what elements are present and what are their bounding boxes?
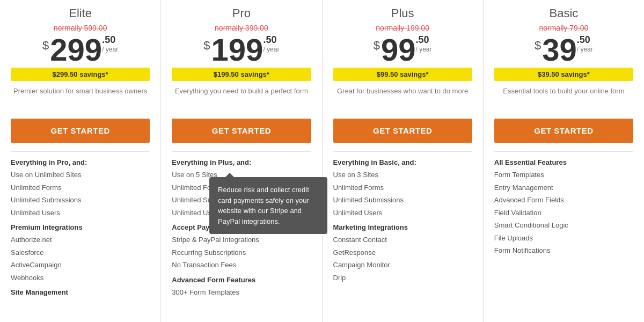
plan-name-basic: Basic — [494, 0, 633, 24]
pricing-container: Elitenormally 599.00$299.50/ year$299.50… — [0, 0, 644, 322]
feature-item: Use on 3 Sites — [333, 169, 472, 181]
plan-col-pro: Pronormally 399.00$199.50/ year$199.50 s… — [161, 0, 322, 322]
plan-col-elite: Elitenormally 599.00$299.50/ year$299.50… — [0, 0, 161, 322]
plan-price-row-plus: $99.50/ year — [333, 34, 472, 65]
plan-dollar-basic: $ — [535, 39, 541, 53]
plan-name-elite: Elite — [11, 0, 150, 24]
plan-desc-pro: Everything you need to build a perfect f… — [172, 86, 311, 112]
feature-item: Unlimited Forms — [333, 181, 472, 194]
plan-cents-pro: .50 — [263, 34, 276, 46]
plan-dollar-plus: $ — [374, 39, 380, 53]
plan-desc-plus: Great for businesses who want to do more — [333, 86, 472, 112]
feature-item: GetResponse — [333, 246, 472, 259]
plan-price-row-basic: $39.50/ year — [494, 34, 633, 65]
divider-plus — [333, 151, 472, 152]
plan-cents-year-basic: .50/ year — [577, 34, 593, 53]
feature-item: Unlimited Submissions — [11, 194, 150, 207]
features-intro-plus: Everything in Basic, and: — [333, 158, 472, 166]
feature-item: Authorize.net — [11, 233, 150, 246]
feature-item: Salesforce — [11, 246, 150, 259]
plan-cents-elite: .50 — [102, 34, 115, 46]
plan-dollar-pro: $ — [203, 39, 210, 53]
plan-desc-elite: Premier solution for smart business owne… — [11, 86, 150, 112]
section-title-plus: Marketing Integrations — [333, 223, 472, 231]
plan-dollar-elite: $ — [42, 39, 49, 53]
feature-item: Constant Contact — [333, 233, 472, 246]
plan-col-plus: Plusnormally 199.00$99.50/ year$99.50 sa… — [323, 0, 484, 322]
get-started-btn-plus[interactable]: GET STARTED — [333, 119, 472, 143]
plan-cents-year-pro: .50/ year — [263, 34, 279, 53]
feature-item: Recurring Subscriptions — [172, 246, 311, 259]
divider-elite — [11, 151, 150, 152]
plan-normal-price-basic: normally 79.00 — [494, 24, 633, 32]
plan-savings-basic: $39.50 savings* — [494, 68, 633, 81]
plan-savings-elite: $299.50 savings* — [11, 68, 150, 81]
plan-col-basic: Basicnormally 79.00$39.50/ year$39.50 sa… — [484, 0, 644, 322]
feature-item: Entry Management — [494, 181, 633, 194]
feature-item: 300+ Form Templates — [172, 286, 311, 299]
divider-pro — [172, 151, 311, 152]
plan-cents-plus: .50 — [416, 34, 429, 46]
plan-year-basic: / year — [577, 46, 593, 53]
get-started-btn-basic[interactable]: GET STARTED — [494, 119, 633, 143]
plan-year-pro: / year — [263, 46, 279, 53]
features-intro-elite: Everything in Pro, and: — [11, 158, 150, 166]
feature-item: Form Templates — [494, 169, 633, 181]
plan-normal-price-plus: normally 199.00 — [333, 24, 472, 32]
plan-price-main-pro: 199 — [211, 34, 264, 65]
get-started-btn-pro[interactable]: GET STARTED — [172, 119, 311, 143]
feature-item: Form Notifications — [494, 244, 633, 257]
plan-price-main-basic: 39 — [542, 34, 577, 65]
feature-item: Campaign Monitor — [333, 259, 472, 272]
section-title-basic: All Essential Features — [494, 158, 633, 166]
plan-price-row-pro: $199.50/ year — [172, 34, 311, 65]
plan-savings-plus: $99.50 savings* — [333, 68, 472, 81]
section-title-elite: Site Management — [11, 288, 150, 296]
plan-normal-price-pro: normally 399.00 — [172, 24, 311, 32]
feature-item: Unlimited Forms — [11, 181, 150, 194]
section-title-elite: Premium Integrations — [11, 223, 150, 231]
feature-item: No Transaction Fees — [172, 259, 311, 272]
plan-price-row-elite: $299.50/ year — [11, 34, 150, 65]
features-intro-pro: Everything in Plus, and: — [172, 158, 311, 166]
section-title-pro: Advanced Form Features — [172, 276, 311, 284]
plan-normal-price-elite: normally 599.00 — [11, 24, 150, 32]
feature-item: Smart Conditional Logic — [494, 219, 633, 232]
feature-item: File Uploads — [494, 232, 633, 245]
plan-price-main-elite: 299 — [50, 34, 102, 65]
plan-price-main-plus: 99 — [381, 34, 416, 65]
feature-item: Advanced Form Fields — [494, 194, 633, 207]
divider-basic — [494, 151, 633, 152]
feature-item: Unlimited Users — [333, 207, 472, 219]
plan-name-plus: Plus — [333, 0, 472, 24]
plan-name-pro: Pro — [172, 0, 311, 24]
tooltip-text: Reduce risk and collect credit card paym… — [218, 186, 309, 225]
get-started-btn-elite[interactable]: GET STARTED — [11, 119, 150, 143]
feature-item: Use on Unlimited Sites — [11, 169, 150, 181]
feature-item: Unlimited Submissions — [333, 194, 472, 207]
feature-item: Stripe & PayPal Integrations — [172, 233, 311, 246]
feature-item: Unlimited Users — [11, 207, 150, 219]
plan-cents-year-elite: .50/ year — [102, 34, 118, 53]
plan-cents-year-plus: .50/ year — [416, 34, 432, 53]
plan-year-elite: / year — [102, 46, 118, 53]
feature-item: Webhooks — [11, 272, 150, 284]
tooltip: Reduce risk and collect credit card paym… — [209, 177, 327, 234]
plan-desc-basic: Essential tools to build your online for… — [494, 86, 633, 112]
plan-cents-basic: .50 — [577, 34, 590, 46]
plan-savings-pro: $199.50 savings* — [172, 68, 311, 81]
plan-year-plus: / year — [416, 46, 432, 53]
feature-item: ActiveCampaign — [11, 259, 150, 272]
feature-item: Field Validation — [494, 207, 633, 219]
feature-item: Drip — [333, 272, 472, 284]
